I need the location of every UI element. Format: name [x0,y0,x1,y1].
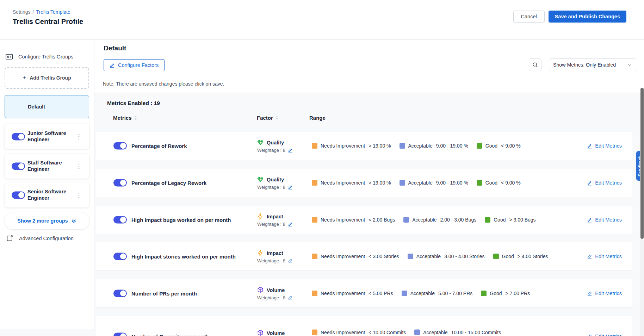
column-header-factor: Factor [257,115,279,121]
range-value: < 2.00 Bugs [369,217,395,223]
unsaved-changes-note: Note: There are unsaved changes please c… [103,81,224,87]
range-value: 2.00 - 3.00 Bugs [440,217,476,223]
metric-enabled-toggle[interactable] [113,216,127,224]
range-level: Needs Improvement [321,291,365,296]
advanced-configuration-label: Advanced Configuration [19,236,74,241]
search-button[interactable] [529,58,541,71]
needs-improvement-chip [312,180,317,186]
factor-cell: Quality Weightage : 8 [257,139,293,153]
sidebar-group-junior-software-engineer[interactable]: Junior Software Engineer ⋮ [5,124,89,149]
range-needs-improvement: Needs Improvement> 19.00 % [312,143,391,149]
edit-metrics-button[interactable]: Edit Metrics [587,143,622,149]
sidebar-group-senior-software-engineer[interactable]: Senior Software Engineer ⋮ [5,182,89,207]
range-value: > 4.00 Stories [518,254,548,259]
metrics-table: Metrics Enabled : 19 Metrics Factor Rang… [94,93,644,336]
edit-weightage-icon[interactable] [288,185,293,189]
range-level: Needs Improvement [321,143,365,149]
acceptable-chip [400,180,405,186]
impact-icon [257,213,264,220]
metric-enabled-toggle[interactable] [113,142,127,150]
range-value: 10.00 - 15.00 Commits [451,330,501,335]
save-and-publish-button[interactable]: Save and Publish Changes [549,11,626,23]
show-metrics-dropdown[interactable]: Show Metrics: Only Enabled [549,58,636,71]
weightage-label: Weightage : 8 [257,222,285,227]
acceptable-chip [408,254,413,259]
edit-metrics-label: Edit Metrics [595,291,622,296]
factor-name: Quality [267,177,284,182]
range-needs-improvement: Needs Improvement< 2.00 Bugs [312,217,395,223]
range-value: 5.00 - 7.00 PRs [438,291,472,296]
kebab-menu-icon[interactable]: ⋮ [74,132,84,141]
breadcrumb-trellis-template-link[interactable]: Trellis Template [36,9,70,15]
scrollbar-thumb[interactable] [640,88,644,239]
kebab-menu-icon[interactable]: ⋮ [74,191,84,200]
range-value: > 7.00 PRs [506,291,530,296]
edit-metrics-button[interactable]: Edit Metrics [587,217,622,223]
edit-metrics-button[interactable]: Edit Metrics [587,291,622,296]
good-chip [481,291,487,296]
edit-weightage-icon[interactable] [288,148,293,153]
sidebar-group-default-selected[interactable]: Default [5,95,89,118]
range-acceptable: Acceptable9.00 - 19.00 % [400,143,468,149]
breadcrumb: Settings / Trellis Template [13,9,70,15]
edit-weightage-icon[interactable] [288,222,293,226]
edit-metrics-button[interactable]: Edit Metrics [587,254,622,259]
metric-enabled-toggle[interactable] [113,333,127,336]
sort-icon[interactable] [134,116,137,120]
table-row: Percentage of Rework Quality Weightage :… [96,127,632,164]
group-enabled-toggle[interactable] [12,162,25,170]
range-good: Good> 7.00 PRs [481,291,530,296]
column-header-metrics-label: Metrics [113,115,132,121]
weightage-label: Weightage : 8 [257,295,285,300]
group-enabled-toggle[interactable] [12,133,25,140]
range-needs-improvement: Needs Improvement> 19.00 % [312,180,391,186]
sidebar-group-staff-software-engineer[interactable]: Staff Software Engineer ⋮ [5,154,89,179]
range-value: > 19.00 % [369,143,391,149]
kebab-menu-icon[interactable]: ⋮ [74,162,84,171]
column-header-range-label: Range [309,115,326,121]
range-cell: Needs Improvement< 2.00 Bugs Acceptable2… [312,217,565,223]
sort-icon[interactable] [275,116,279,120]
edit-metrics-button[interactable]: Edit Metrics [587,180,622,186]
metric-enabled-toggle[interactable] [113,179,127,187]
factor-cell: Impact Weightage : 8 [257,250,293,263]
quality-icon [257,139,264,146]
weightage-label: Weightage : 8 [257,185,285,190]
metric-enabled-toggle[interactable] [113,253,127,260]
default-group-label: Default [28,104,45,110]
range-cell: Needs Improvement< 3.00 Stories Acceptab… [312,254,565,259]
edit-weightage-icon[interactable] [288,295,293,300]
column-header-factor-label: Factor [257,115,273,121]
range-level: Needs Improvement [321,180,365,186]
add-trellis-group-button[interactable]: + Add Trellis Group [5,67,89,89]
range-value: 9.00 - 19.00 % [436,180,468,186]
frame-gear-icon [6,235,13,242]
edit-weightage-icon[interactable] [288,258,293,263]
factor-name: Quality [267,140,284,145]
double-chevron-down-icon [71,218,76,224]
advanced-configuration-link[interactable]: Advanced Configuration [6,235,74,242]
configure-factors-button[interactable]: Configure Factors [104,59,165,71]
factor-name: Impact [267,214,283,219]
needs-improvement-chip [312,330,317,335]
good-chip [493,254,499,259]
range-good: Good< 9.00 % [477,143,521,149]
show-more-groups-button[interactable]: Show 2 more groups [5,212,89,229]
show-more-groups-label: Show 2 more groups [17,218,68,224]
configure-factors-label: Configure Factors [118,62,159,68]
metric-name: Percentage of Rework [131,143,251,149]
group-enabled-toggle[interactable] [12,191,25,199]
edit-metrics-label: Edit Metrics [595,334,622,336]
main-toolbar: Default Configure Factors Note: There ar… [94,39,644,93]
range-needs-improvement: Needs Improvement< 3.00 Stories [312,254,399,259]
acceptable-chip [414,330,420,335]
cancel-button[interactable]: Cancel [513,11,545,23]
table-row: High Impact bugs worked on per month Imp… [96,201,632,238]
range-acceptable: Acceptable9.00 - 19.00 % [400,180,468,186]
range-value: 9.00 - 19.00 % [436,143,468,149]
table-row: Number of PRs per month Volume Weightage… [96,275,632,312]
breadcrumb-separator: / [33,9,34,15]
range-level: Good [490,291,502,296]
edit-metrics-button[interactable]: Edit Metrics [587,334,622,336]
metric-enabled-toggle[interactable] [113,290,127,297]
